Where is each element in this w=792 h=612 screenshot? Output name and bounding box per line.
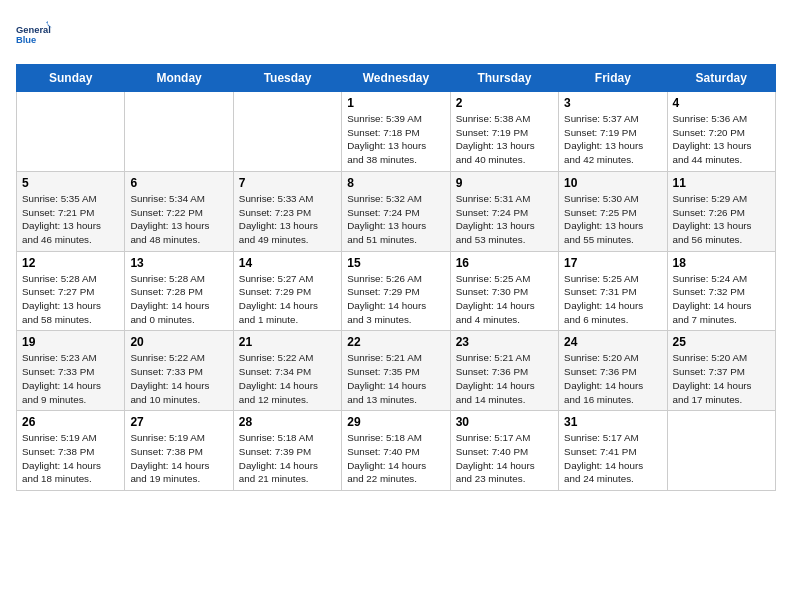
day-info: Sunrise: 5:17 AMSunset: 7:41 PMDaylight:… <box>564 431 661 486</box>
day-number: 6 <box>130 176 227 190</box>
calendar-cell: 9Sunrise: 5:31 AMSunset: 7:24 PMDaylight… <box>450 171 558 251</box>
calendar-cell: 25Sunrise: 5:20 AMSunset: 7:37 PMDayligh… <box>667 331 775 411</box>
day-number: 31 <box>564 415 661 429</box>
day-info: Sunrise: 5:17 AMSunset: 7:40 PMDaylight:… <box>456 431 553 486</box>
calendar-cell: 26Sunrise: 5:19 AMSunset: 7:38 PMDayligh… <box>17 411 125 491</box>
calendar-cell: 20Sunrise: 5:22 AMSunset: 7:33 PMDayligh… <box>125 331 233 411</box>
calendar-cell: 11Sunrise: 5:29 AMSunset: 7:26 PMDayligh… <box>667 171 775 251</box>
calendar-week-2: 5Sunrise: 5:35 AMSunset: 7:21 PMDaylight… <box>17 171 776 251</box>
day-info: Sunrise: 5:38 AMSunset: 7:19 PMDaylight:… <box>456 112 553 167</box>
day-info: Sunrise: 5:22 AMSunset: 7:34 PMDaylight:… <box>239 351 336 406</box>
day-info: Sunrise: 5:34 AMSunset: 7:22 PMDaylight:… <box>130 192 227 247</box>
day-number: 22 <box>347 335 444 349</box>
day-info: Sunrise: 5:25 AMSunset: 7:31 PMDaylight:… <box>564 272 661 327</box>
logo: General Blue <box>16 16 52 52</box>
calendar-cell: 21Sunrise: 5:22 AMSunset: 7:34 PMDayligh… <box>233 331 341 411</box>
day-number: 15 <box>347 256 444 270</box>
day-info: Sunrise: 5:29 AMSunset: 7:26 PMDaylight:… <box>673 192 770 247</box>
day-number: 4 <box>673 96 770 110</box>
day-info: Sunrise: 5:31 AMSunset: 7:24 PMDaylight:… <box>456 192 553 247</box>
calendar-cell: 12Sunrise: 5:28 AMSunset: 7:27 PMDayligh… <box>17 251 125 331</box>
calendar-header-row: SundayMondayTuesdayWednesdayThursdayFrid… <box>17 65 776 92</box>
day-info: Sunrise: 5:19 AMSunset: 7:38 PMDaylight:… <box>130 431 227 486</box>
day-info: Sunrise: 5:37 AMSunset: 7:19 PMDaylight:… <box>564 112 661 167</box>
day-number: 24 <box>564 335 661 349</box>
day-info: Sunrise: 5:18 AMSunset: 7:40 PMDaylight:… <box>347 431 444 486</box>
day-number: 11 <box>673 176 770 190</box>
day-info: Sunrise: 5:26 AMSunset: 7:29 PMDaylight:… <box>347 272 444 327</box>
day-number: 10 <box>564 176 661 190</box>
calendar-cell: 10Sunrise: 5:30 AMSunset: 7:25 PMDayligh… <box>559 171 667 251</box>
day-number: 14 <box>239 256 336 270</box>
page-header: General Blue <box>16 16 776 52</box>
day-number: 5 <box>22 176 119 190</box>
calendar-cell: 28Sunrise: 5:18 AMSunset: 7:39 PMDayligh… <box>233 411 341 491</box>
day-number: 28 <box>239 415 336 429</box>
calendar-cell: 29Sunrise: 5:18 AMSunset: 7:40 PMDayligh… <box>342 411 450 491</box>
day-number: 23 <box>456 335 553 349</box>
calendar-cell: 23Sunrise: 5:21 AMSunset: 7:36 PMDayligh… <box>450 331 558 411</box>
day-number: 7 <box>239 176 336 190</box>
day-info: Sunrise: 5:36 AMSunset: 7:20 PMDaylight:… <box>673 112 770 167</box>
calendar-week-5: 26Sunrise: 5:19 AMSunset: 7:38 PMDayligh… <box>17 411 776 491</box>
day-info: Sunrise: 5:35 AMSunset: 7:21 PMDaylight:… <box>22 192 119 247</box>
day-info: Sunrise: 5:19 AMSunset: 7:38 PMDaylight:… <box>22 431 119 486</box>
day-info: Sunrise: 5:22 AMSunset: 7:33 PMDaylight:… <box>130 351 227 406</box>
day-number: 26 <box>22 415 119 429</box>
day-info: Sunrise: 5:21 AMSunset: 7:36 PMDaylight:… <box>456 351 553 406</box>
day-info: Sunrise: 5:28 AMSunset: 7:27 PMDaylight:… <box>22 272 119 327</box>
day-header-friday: Friday <box>559 65 667 92</box>
day-number: 27 <box>130 415 227 429</box>
day-header-tuesday: Tuesday <box>233 65 341 92</box>
calendar-table: SundayMondayTuesdayWednesdayThursdayFrid… <box>16 64 776 491</box>
calendar-cell: 14Sunrise: 5:27 AMSunset: 7:29 PMDayligh… <box>233 251 341 331</box>
calendar-cell: 17Sunrise: 5:25 AMSunset: 7:31 PMDayligh… <box>559 251 667 331</box>
day-header-monday: Monday <box>125 65 233 92</box>
calendar-cell: 15Sunrise: 5:26 AMSunset: 7:29 PMDayligh… <box>342 251 450 331</box>
day-header-wednesday: Wednesday <box>342 65 450 92</box>
calendar-cell <box>125 92 233 172</box>
svg-text:Blue: Blue <box>16 35 36 45</box>
day-number: 18 <box>673 256 770 270</box>
day-info: Sunrise: 5:39 AMSunset: 7:18 PMDaylight:… <box>347 112 444 167</box>
calendar-cell: 24Sunrise: 5:20 AMSunset: 7:36 PMDayligh… <box>559 331 667 411</box>
calendar-cell: 19Sunrise: 5:23 AMSunset: 7:33 PMDayligh… <box>17 331 125 411</box>
calendar-cell: 3Sunrise: 5:37 AMSunset: 7:19 PMDaylight… <box>559 92 667 172</box>
calendar-cell: 5Sunrise: 5:35 AMSunset: 7:21 PMDaylight… <box>17 171 125 251</box>
calendar-cell: 4Sunrise: 5:36 AMSunset: 7:20 PMDaylight… <box>667 92 775 172</box>
day-number: 8 <box>347 176 444 190</box>
day-number: 3 <box>564 96 661 110</box>
day-number: 20 <box>130 335 227 349</box>
svg-text:General: General <box>16 25 51 35</box>
day-info: Sunrise: 5:20 AMSunset: 7:36 PMDaylight:… <box>564 351 661 406</box>
day-info: Sunrise: 5:20 AMSunset: 7:37 PMDaylight:… <box>673 351 770 406</box>
calendar-cell: 2Sunrise: 5:38 AMSunset: 7:19 PMDaylight… <box>450 92 558 172</box>
calendar-cell: 16Sunrise: 5:25 AMSunset: 7:30 PMDayligh… <box>450 251 558 331</box>
calendar-cell <box>667 411 775 491</box>
day-number: 2 <box>456 96 553 110</box>
calendar-cell: 22Sunrise: 5:21 AMSunset: 7:35 PMDayligh… <box>342 331 450 411</box>
calendar-week-1: 1Sunrise: 5:39 AMSunset: 7:18 PMDaylight… <box>17 92 776 172</box>
calendar-cell: 1Sunrise: 5:39 AMSunset: 7:18 PMDaylight… <box>342 92 450 172</box>
day-number: 17 <box>564 256 661 270</box>
day-info: Sunrise: 5:23 AMSunset: 7:33 PMDaylight:… <box>22 351 119 406</box>
calendar-cell: 31Sunrise: 5:17 AMSunset: 7:41 PMDayligh… <box>559 411 667 491</box>
day-number: 12 <box>22 256 119 270</box>
logo-svg: General Blue <box>16 16 52 52</box>
day-number: 21 <box>239 335 336 349</box>
day-number: 1 <box>347 96 444 110</box>
day-header-sunday: Sunday <box>17 65 125 92</box>
day-number: 29 <box>347 415 444 429</box>
day-info: Sunrise: 5:18 AMSunset: 7:39 PMDaylight:… <box>239 431 336 486</box>
calendar-cell <box>233 92 341 172</box>
calendar-cell: 18Sunrise: 5:24 AMSunset: 7:32 PMDayligh… <box>667 251 775 331</box>
day-number: 25 <box>673 335 770 349</box>
day-info: Sunrise: 5:27 AMSunset: 7:29 PMDaylight:… <box>239 272 336 327</box>
day-number: 9 <box>456 176 553 190</box>
day-info: Sunrise: 5:33 AMSunset: 7:23 PMDaylight:… <box>239 192 336 247</box>
calendar-cell: 30Sunrise: 5:17 AMSunset: 7:40 PMDayligh… <box>450 411 558 491</box>
calendar-cell: 7Sunrise: 5:33 AMSunset: 7:23 PMDaylight… <box>233 171 341 251</box>
calendar-cell: 8Sunrise: 5:32 AMSunset: 7:24 PMDaylight… <box>342 171 450 251</box>
day-number: 13 <box>130 256 227 270</box>
calendar-week-3: 12Sunrise: 5:28 AMSunset: 7:27 PMDayligh… <box>17 251 776 331</box>
